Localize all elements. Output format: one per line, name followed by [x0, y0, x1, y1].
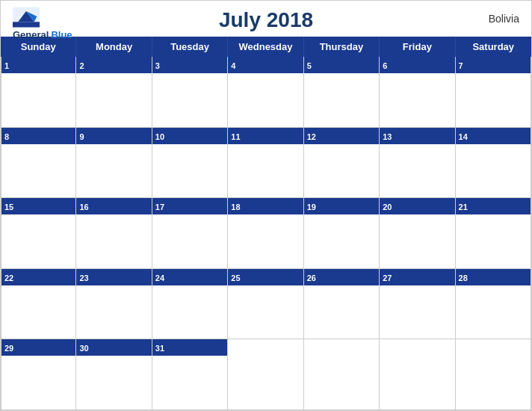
header-tuesday: Tuesday [152, 37, 228, 57]
day-cell-20: 20 [380, 198, 455, 269]
day-cell-29: 29 [1, 339, 76, 410]
svg-rect-3 [13, 22, 40, 27]
day-cell-10: 10 [152, 128, 228, 199]
logo-blue-text: Blue [51, 29, 72, 40]
week-row-4: 22 23 24 25 26 27 28 [1, 269, 531, 340]
day-cell-13: 13 [380, 128, 455, 199]
day-cell-24: 24 [152, 269, 228, 340]
week-row-5: 29 30 31 - - - - [1, 339, 531, 410]
day-cell-16: 16 [76, 198, 152, 269]
day-cell-19: 19 [304, 198, 380, 269]
logo: General Blue [13, 7, 72, 40]
calendar-grid: 1 2 3 4 5 6 7 8 9 10 11 12 13 14 15 16 1… [1, 57, 531, 410]
day-cell-30: 30 [76, 339, 152, 410]
week-row-1: 1 2 3 4 5 6 7 [1, 57, 531, 128]
header-saturday: Saturday [456, 37, 531, 57]
day-cell-12: 12 [304, 128, 380, 199]
day-cell-28: 28 [456, 269, 531, 340]
logo-icon [13, 7, 40, 28]
calendar-title: July 2018 [219, 8, 313, 32]
day-cell-17: 17 [152, 198, 228, 269]
week-row-2: 8 9 10 11 12 13 14 [1, 128, 531, 199]
day-cell-empty-4: - [456, 339, 531, 410]
day-cell-4: 4 [228, 57, 303, 128]
day-cell-25: 25 [228, 269, 303, 340]
day-cell-23: 23 [76, 269, 152, 340]
day-cell-5: 5 [304, 57, 380, 128]
week-row-3: 15 16 17 18 19 20 21 [1, 198, 531, 269]
header-friday: Friday [380, 37, 455, 57]
day-cell-14: 14 [456, 128, 531, 199]
country-label: Bolivia [489, 13, 519, 25]
day-cell-22: 22 [1, 269, 76, 340]
day-cell-21: 21 [456, 198, 531, 269]
calendar: General Blue July 2018 Bolivia Sunday Mo… [0, 0, 532, 411]
day-cell-11: 11 [228, 128, 303, 199]
day-cell-empty-2: - [304, 339, 380, 410]
calendar-header: General Blue July 2018 Bolivia [1, 1, 531, 37]
day-cell-27: 27 [380, 269, 455, 340]
weekday-header-row: Sunday Monday Tuesday Wednesday Thursday… [1, 37, 531, 57]
day-cell-7: 7 [456, 57, 531, 128]
day-cell-8: 8 [1, 128, 76, 199]
day-cell-empty-1: - [228, 339, 303, 410]
day-cell-2: 2 [76, 57, 152, 128]
day-cell-18: 18 [228, 198, 303, 269]
day-cell-empty-3: - [380, 339, 455, 410]
day-cell-9: 9 [76, 128, 152, 199]
logo-general-text: General [13, 29, 49, 40]
day-cell-15: 15 [1, 198, 76, 269]
header-monday: Monday [76, 37, 152, 57]
day-cell-31: 31 [152, 339, 228, 410]
day-cell-3: 3 [152, 57, 228, 128]
day-cell-6: 6 [380, 57, 455, 128]
day-cell-1: 1 [1, 57, 76, 128]
header-thursday: Thursday [304, 37, 380, 57]
header-wednesday: Wednesday [228, 37, 303, 57]
day-cell-26: 26 [304, 269, 380, 340]
